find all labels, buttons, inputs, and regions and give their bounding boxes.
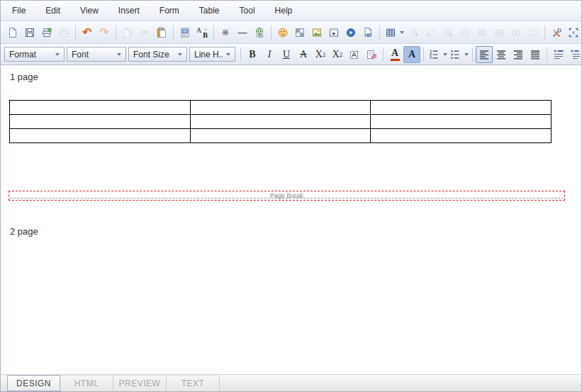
table-cell[interactable] [371,101,552,115]
tab-text[interactable]: TEXT [167,375,220,391]
justify-icon [530,49,541,60]
table-split-column-button[interactable] [525,24,542,41]
underline-button[interactable]: U [278,46,295,63]
menu-view[interactable]: View [70,1,108,21]
menu-form[interactable]: Form [150,1,189,21]
highlight-color-button[interactable]: A [403,46,420,63]
tab-design[interactable]: DESIGN [7,375,60,391]
menu-help[interactable]: Help [265,1,303,21]
copy-icon [122,27,133,38]
chevron-down-icon [226,53,230,56]
table-cell[interactable] [10,101,191,115]
undo-button[interactable]: ↶ [79,24,96,41]
file-link-button[interactable] [359,24,376,41]
font-color-swatch [391,59,400,61]
outdent-button[interactable] [550,46,567,63]
strikethrough-button[interactable]: A [295,46,312,63]
indent-button[interactable] [567,46,582,63]
content-table[interactable] [9,100,552,143]
table-insert-row-button[interactable] [405,24,422,41]
video-button[interactable] [325,24,342,41]
toolbar-separator [547,47,547,62]
italic-icon: I [268,50,272,60]
table-cell[interactable] [190,101,371,115]
table-cell[interactable] [190,129,371,143]
tab-preview[interactable]: PREVIEW [113,375,167,391]
table-split-column-icon [527,27,539,38]
page-break[interactable]: Page Break [9,191,565,201]
page-setup-icon [58,27,69,38]
align-left-button[interactable] [476,46,493,63]
fullscreen-button[interactable] [565,24,582,41]
table-merge-row-button[interactable] [508,24,525,41]
page1-text[interactable]: 1 page [10,72,38,82]
print-button[interactable] [38,24,55,41]
spell-check-button[interactable]: A → B [194,24,211,41]
clip-art-button[interactable] [291,24,308,41]
menu-tool[interactable]: Tool [230,1,265,21]
line-height-dropdown[interactable]: Line H... [189,47,235,62]
table-cell[interactable] [190,115,371,129]
chevron-down-icon [443,53,447,56]
paste-button[interactable] [153,24,170,41]
table-row [10,101,552,115]
toolbar-separator [544,26,545,40]
horizontal-rule-button[interactable]: — [234,24,251,41]
table-cell[interactable] [371,115,552,129]
align-center-button[interactable] [493,46,510,63]
superscript-icon: X [315,50,323,60]
media-button[interactable] [342,24,359,41]
subscript-exp: 2 [340,51,343,58]
table-cell[interactable] [371,129,552,143]
remove-format-button[interactable] [346,46,363,63]
new-document-icon [7,27,18,38]
clip-art-icon [294,27,306,38]
italic-button[interactable]: I [261,46,278,63]
table-merge-row-icon [510,27,522,38]
table-cell-properties-button[interactable] [474,24,491,41]
ordered-list-button[interactable] [427,46,448,63]
page2-text[interactable]: 2 page [10,226,38,237]
format-dropdown[interactable]: Format [4,47,65,62]
unordered-list-button[interactable] [448,46,469,63]
tab-html[interactable]: HTML [60,375,113,391]
toolbar-separator [472,47,473,62]
save-button[interactable] [21,24,38,41]
menu-edit[interactable]: Edit [35,1,70,21]
subscript-button[interactable]: X2 [329,46,346,63]
table-insert-button[interactable] [383,24,405,41]
new-document-button[interactable] [4,24,21,41]
menu-table[interactable]: Table [189,1,230,21]
page-setup-button[interactable] [55,24,72,41]
table-cell[interactable] [10,129,191,143]
font-dropdown[interactable]: Font [67,47,126,62]
emoticon-button[interactable] [274,24,291,41]
cut-button[interactable]: ✂ [136,24,153,41]
menu-file[interactable]: File [2,1,35,21]
align-right-icon [513,49,524,60]
find-replace-button[interactable] [177,24,194,41]
copy-button[interactable] [119,24,136,41]
menu-insert[interactable]: Insert [108,1,150,21]
style-eraser-button[interactable] [363,46,380,63]
hyperlink-button[interactable] [251,24,268,41]
font-color-button[interactable]: A [386,46,403,63]
align-right-button[interactable] [510,46,527,63]
redo-button[interactable]: ↷ [96,24,113,41]
superscript-exp: 2 [323,51,326,58]
editor-settings-button[interactable] [548,24,565,41]
table-erase-button[interactable] [422,24,440,41]
table-split-cells-button[interactable] [491,24,508,41]
justify-button[interactable] [527,46,544,63]
superscript-button[interactable]: X2 [312,46,329,63]
table-cell[interactable] [10,115,191,129]
table-merge-cells-button[interactable] [457,24,474,41]
table-delete-cell-button[interactable] [440,24,457,41]
editor-canvas[interactable]: 1 page [1,65,581,374]
table-delete-cell-icon [442,27,454,38]
special-character-button[interactable]: ※ [217,24,234,41]
page-break-label: Page Break [9,191,564,200]
bold-button[interactable]: B [244,46,261,63]
image-button[interactable] [308,24,325,41]
font-size-dropdown[interactable]: Font Size [128,47,187,62]
